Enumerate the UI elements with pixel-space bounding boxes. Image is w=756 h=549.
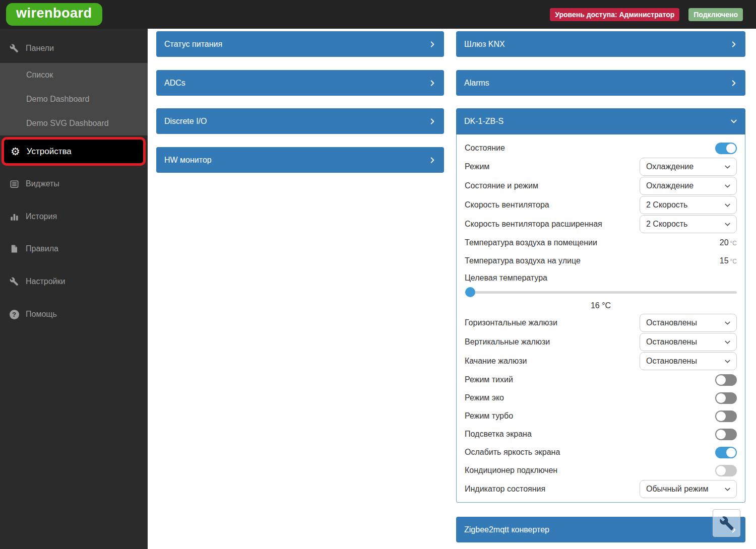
- horizontal-blinds-select[interactable]: Остановлены: [640, 314, 737, 332]
- state-and-mode-select[interactable]: Охлаждение: [640, 177, 737, 195]
- panel-knx-gateway[interactable]: Шлюз KNX: [456, 31, 745, 57]
- status-badges: Уровень доступа: Администратор Подключен…: [550, 8, 743, 21]
- control-label: Температура воздуха в помещении: [465, 238, 597, 247]
- select-value: Остановлены: [646, 357, 697, 366]
- device-card-body: Состояние Режим Охлаждение Состояние и р…: [456, 134, 745, 503]
- control-label: Индикатор состояния: [465, 485, 545, 494]
- list-icon: [9, 179, 19, 189]
- control-label: Состояние и режим: [465, 181, 538, 190]
- panel-adcs[interactable]: ADCs: [156, 70, 444, 96]
- device-row: Индикатор состояния Обычный режим: [465, 479, 737, 499]
- wirenboard-logo[interactable]: wirenboard: [6, 3, 102, 26]
- dim-screen-toggle[interactable]: [715, 447, 737, 458]
- toggle-knob: [716, 430, 726, 439]
- toggle-knob: [716, 375, 726, 385]
- chevron-down-icon: [724, 164, 731, 170]
- panel-alarms[interactable]: Alarms: [456, 70, 745, 96]
- eco-mode-toggle[interactable]: [715, 392, 737, 404]
- chevron-right-icon: [730, 41, 737, 48]
- control-label: Горизонтальные жалюзи: [465, 318, 557, 327]
- select-value: Остановлены: [646, 337, 697, 347]
- device-row: Температура воздуха на улице 15°C: [465, 252, 737, 270]
- sidebar-item-rules[interactable]: Правила: [0, 238, 148, 260]
- chevron-down-icon: [724, 358, 731, 365]
- access-level-badge: Уровень доступа: Администратор: [550, 8, 679, 21]
- chevron-down-icon: [730, 118, 737, 125]
- sidebar-item-devices[interactable]: ⚙ Устройства: [2, 137, 146, 166]
- device-row: Кондиционер подключен: [465, 461, 737, 479]
- sidebar-item-list[interactable]: Список: [0, 63, 148, 87]
- panel-title: HW монитор: [164, 156, 212, 165]
- swing-blinds-select[interactable]: Остановлены: [640, 352, 737, 370]
- turbo-mode-toggle[interactable]: [715, 410, 737, 422]
- question-circle-icon: ?: [9, 309, 19, 319]
- control-label: Качание жалюзи: [465, 357, 527, 366]
- control-label: Режим эко: [465, 393, 504, 402]
- select-value: Обычный режим: [646, 485, 708, 494]
- panel-hw-monitor[interactable]: HW монитор: [156, 147, 444, 173]
- sidebar-item-demo-dashboard[interactable]: Demo Dashboard: [0, 87, 148, 111]
- mode-select[interactable]: Охлаждение: [640, 158, 737, 176]
- target-temperature-slider[interactable]: [465, 287, 737, 297]
- device-row: Ослабить яркость экрана: [465, 443, 737, 461]
- device-row: Скорость вентилятора расширенная 2 Скоро…: [465, 215, 737, 234]
- device-row: Целевая температура: [465, 270, 737, 286]
- toggle-knob: [726, 448, 736, 457]
- control-label: Скорость вентилятора расширенная: [465, 220, 602, 229]
- device-row: Скорость вентилятора 2 Скорость: [465, 195, 737, 215]
- control-label: Вертикальные жалюзи: [465, 337, 550, 347]
- state-toggle[interactable]: [715, 143, 737, 154]
- panel-power-status[interactable]: Статус питания: [156, 31, 444, 57]
- sidebar-item-widgets[interactable]: Виджеты: [0, 173, 148, 195]
- chevron-right-icon: [429, 118, 436, 125]
- slider-track[interactable]: [465, 291, 737, 294]
- sidebar-item-history[interactable]: История: [0, 205, 148, 228]
- device-row: Температура воздуха в помещении 20°C: [465, 234, 737, 252]
- slider-thumb[interactable]: [465, 287, 475, 297]
- sidebar-item-panels[interactable]: Панели: [0, 37, 148, 59]
- main-content: Статус питания ADCs Discrete I/O HW мони…: [148, 29, 756, 549]
- panel-title: Статус питания: [164, 40, 222, 49]
- sidebar-item-label: История: [26, 212, 57, 221]
- panel-discrete-io[interactable]: Discrete I/O: [156, 108, 444, 134]
- toggle-knob: [716, 411, 726, 421]
- vertical-blinds-select[interactable]: Остановлены: [640, 333, 737, 351]
- panel-zigbee2mqtt[interactable]: Zigbee2mqtt конвертер: [456, 517, 745, 542]
- sidebar-item-label: Устройства: [27, 147, 72, 157]
- fan-speed-extended-select[interactable]: 2 Скорость: [640, 215, 737, 233]
- connection-status-badge: Подключено: [688, 8, 743, 21]
- device-row: Режим турбо: [465, 407, 737, 425]
- select-value: Охлаждение: [646, 162, 694, 171]
- status-indicator-select[interactable]: Обычный режим: [640, 480, 737, 498]
- device-row: [465, 286, 737, 298]
- outdoor-temperature-value: 15°C: [720, 256, 737, 265]
- sidebar-item-help[interactable]: ? Помощь: [0, 303, 148, 325]
- quiet-mode-toggle[interactable]: [715, 374, 737, 386]
- sidebar-item-label: Виджеты: [26, 179, 59, 188]
- wrench-icon: [9, 43, 19, 53]
- sidebar-item-settings[interactable]: Настройки: [0, 270, 148, 293]
- wrench-icon: [719, 516, 734, 531]
- toggle-knob: [716, 393, 726, 403]
- chevron-down-icon: [724, 202, 731, 209]
- chevron-down-icon: [724, 183, 731, 189]
- device-row: Режим Охлаждение: [465, 157, 737, 176]
- panel-title: ADCs: [164, 79, 185, 88]
- control-label: Подсветка экрана: [465, 430, 532, 439]
- control-label: Состояние: [465, 144, 505, 153]
- panel-dk-1-zb-s[interactable]: DK-1-ZB-S: [456, 108, 745, 134]
- control-label: Температура воздуха на улице: [465, 256, 581, 265]
- toggle-knob: [716, 466, 726, 475]
- device-row: Подсветка экрана: [465, 425, 737, 443]
- sidebar-item-label: Правила: [26, 244, 58, 253]
- sidebar-item-demo-svg-dashboard[interactable]: Demo SVG Dashboard: [0, 111, 148, 135]
- indoor-temperature-value: 20°C: [720, 238, 737, 247]
- control-label: Целевая температура: [465, 273, 547, 283]
- edit-dashboard-button[interactable]: [713, 509, 740, 537]
- toggle-knob: [726, 144, 736, 153]
- screen-backlight-toggle[interactable]: [715, 429, 737, 440]
- sidebar-item-label: Помощь: [26, 310, 57, 319]
- control-label: Режим: [465, 162, 489, 171]
- fan-speed-select[interactable]: 2 Скорость: [640, 196, 737, 214]
- select-value: Остановлены: [646, 318, 697, 327]
